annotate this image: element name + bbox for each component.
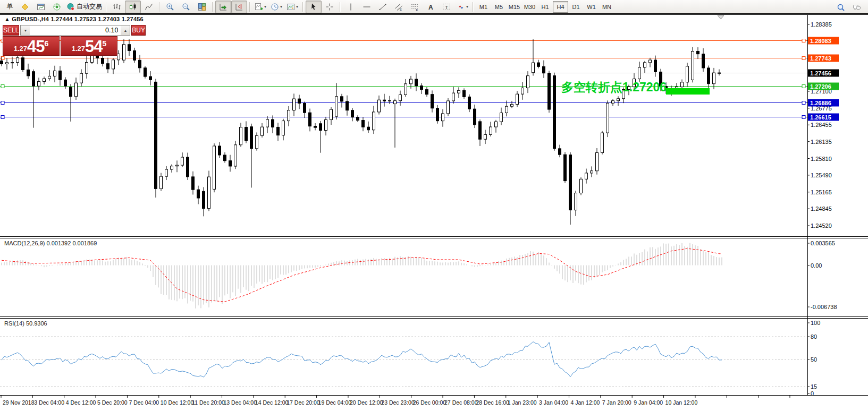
candle (612, 99, 614, 106)
timeframe-button-H4[interactable]: H4 (553, 1, 568, 13)
candle (187, 153, 189, 180)
yellowbox-icon (21, 3, 29, 11)
candle-body (277, 127, 280, 135)
line-handle[interactable] (1, 116, 4, 119)
level-price-text: 1.27206 (810, 83, 831, 90)
toolbar-separator (473, 2, 474, 12)
indicators-button[interactable]: ▾ (252, 1, 268, 13)
search-button[interactable] (833, 1, 849, 14)
bid-price-text: 1.27456 (810, 70, 831, 76)
buy-price-box[interactable]: 1.27545 (61, 36, 117, 56)
line-handle[interactable] (802, 101, 805, 105)
fibonacci-button[interactable]: F (407, 1, 423, 13)
sell-button[interactable]: SELL (3, 25, 19, 36)
horizontal-line-button[interactable] (359, 1, 375, 13)
periods-button[interactable]: ▾ (268, 1, 284, 13)
volume-decrease-button[interactable]: ▼ (21, 25, 30, 35)
time-axis-label: 3 Jan 04:00 (539, 399, 568, 406)
candle-body (325, 119, 327, 130)
chat-button[interactable] (849, 1, 865, 14)
candle (54, 66, 56, 82)
candle-body (250, 127, 253, 149)
line-handle[interactable] (802, 116, 805, 119)
crosshair-button[interactable] (322, 1, 338, 13)
timeframe-button-W1[interactable]: W1 (584, 1, 599, 13)
line-handle[interactable] (802, 85, 805, 88)
templates-button[interactable]: ▾ (284, 1, 300, 13)
candle (638, 62, 641, 82)
chart-shift-marker[interactable] (718, 15, 724, 19)
candle (543, 61, 545, 78)
sell-price-box[interactable]: 1.27456 (3, 36, 60, 56)
text-button[interactable]: A (423, 1, 439, 13)
chart-shift-button[interactable] (231, 1, 247, 13)
trendline-button[interactable] (375, 1, 391, 13)
chevron-down-icon[interactable]: ▾ (466, 4, 468, 9)
candle-body (591, 171, 593, 173)
timeframe-button-M15[interactable]: M15 (507, 1, 522, 13)
candle-body (521, 88, 524, 95)
candle (245, 121, 248, 143)
text-label-button[interactable]: T (439, 1, 454, 13)
candle-body (11, 63, 14, 63)
candle (452, 87, 455, 104)
candle (442, 109, 444, 127)
tile-windows-button[interactable] (194, 1, 210, 13)
volume-increase-button[interactable]: ▲ (121, 25, 130, 35)
candle-body (330, 109, 333, 119)
autotrading-button[interactable]: 自动交易 (65, 1, 104, 13)
candlestick-chart-button[interactable] (125, 1, 141, 13)
vertical-line-button[interactable] (343, 1, 359, 13)
line-handle[interactable] (1, 85, 4, 88)
candle-body (144, 68, 147, 76)
line-handle[interactable] (802, 57, 805, 60)
chevron-down-icon[interactable]: ▾ (264, 4, 266, 9)
candle-body (681, 82, 684, 87)
buy-price-sup: 5 (103, 37, 107, 50)
equidistant-channel-button[interactable]: E (391, 1, 407, 13)
candle (133, 48, 136, 63)
bar-chart-button[interactable] (109, 1, 125, 13)
candle (490, 122, 492, 136)
buy-button[interactable]: BUY (131, 25, 146, 36)
chevron-down-icon[interactable]: ▾ (296, 4, 298, 9)
line-chart-button[interactable] (141, 1, 157, 13)
candle-body (713, 73, 715, 84)
cursor-button[interactable] (306, 1, 322, 13)
time-axis-label: 20 Dec 12:00 (350, 399, 383, 406)
timeframe-button-M1[interactable]: M1 (476, 1, 491, 13)
highlight-rectangle[interactable] (666, 88, 710, 95)
textA-icon: A (426, 3, 435, 11)
rsi-tick-label: 100 (811, 320, 820, 326)
candle-body (266, 119, 269, 127)
signals-button[interactable] (49, 1, 65, 13)
line-handle[interactable] (1, 101, 4, 105)
arrows-button[interactable]: ▾ (454, 1, 470, 13)
yellow-diamond-button[interactable] (17, 1, 33, 13)
candle (426, 87, 428, 97)
auto-scroll-button[interactable] (215, 1, 231, 13)
timeframe-button-MN[interactable]: MN (599, 1, 614, 13)
fibo-icon: F (410, 3, 419, 11)
candle-body (112, 60, 115, 69)
timeframe-button-M5[interactable]: M5 (491, 1, 507, 13)
annotation-text[interactable]: 多空转折点1.27206 (561, 80, 667, 94)
time-axis-label: 3 Dec 04:00 (34, 399, 64, 406)
candle-body (707, 68, 710, 84)
zoom-in-button[interactable] (162, 1, 178, 13)
time-axis-label: 13 Dec 04:00 (224, 399, 257, 406)
timeframe-button-D1[interactable]: D1 (568, 1, 584, 13)
candle (43, 76, 46, 84)
zoom-out-button[interactable] (178, 1, 194, 13)
line-handle[interactable] (802, 39, 805, 42)
chevron-down-icon[interactable]: ▾ (280, 4, 282, 9)
price-tick-label: 1.26135 (811, 139, 832, 145)
timeframe-button-H1[interactable]: H1 (537, 1, 553, 13)
candle (479, 119, 482, 146)
new-chart-button[interactable] (33, 1, 49, 13)
new-order-button[interactable]: 单 (1, 1, 17, 13)
volume-input[interactable] (30, 25, 121, 35)
chart-title: ▲ GBPUSD-,H4 1.27444 1.27523 1.27403 1.2… (4, 16, 144, 22)
svg-text:T: T (445, 4, 449, 10)
timeframe-button-M30[interactable]: M30 (522, 1, 537, 13)
